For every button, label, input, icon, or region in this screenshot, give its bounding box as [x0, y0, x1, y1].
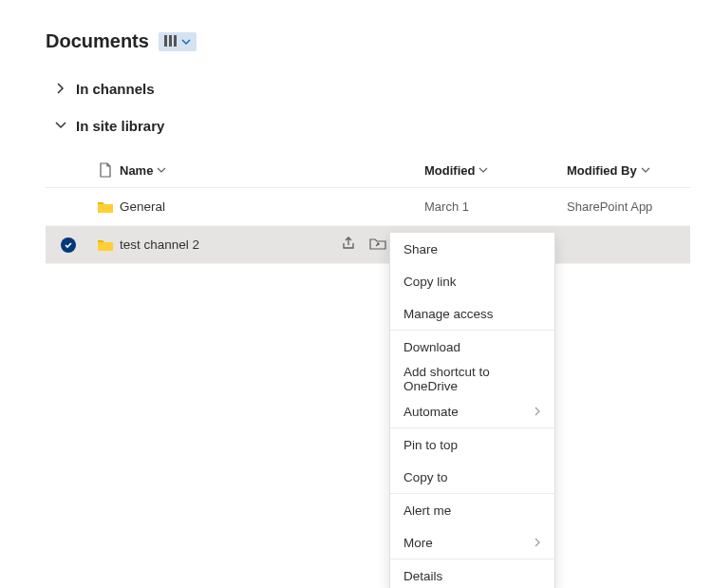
selected-check-icon[interactable]	[61, 237, 76, 253]
tiles-view-icon	[164, 34, 178, 49]
section-in-site-library[interactable]: In site library	[46, 118, 690, 134]
menu-pin-to-top[interactable]: Pin to top	[390, 428, 554, 461]
column-modified-by[interactable]: Modified By	[567, 163, 690, 178]
context-menu: Share Copy link Manage access Download A…	[389, 232, 555, 588]
section-in-channels[interactable]: In channels	[46, 81, 690, 97]
svg-rect-2	[174, 35, 177, 47]
section-label: In channels	[76, 81, 155, 97]
view-switcher[interactable]	[159, 32, 197, 51]
chevron-down-icon	[641, 165, 650, 175]
chevron-down-icon	[478, 165, 488, 175]
row-name[interactable]: General	[120, 199, 424, 214]
menu-more[interactable]: More	[390, 526, 554, 559]
row-name[interactable]: test channel 2	[120, 236, 424, 254]
chevron-right-icon	[534, 405, 541, 419]
table-row[interactable]: General March 1 SharePoint App	[46, 188, 690, 226]
menu-alert-me[interactable]: Alert me	[390, 494, 554, 526]
svg-rect-0	[164, 35, 167, 47]
menu-share[interactable]: Share	[390, 233, 554, 265]
page-title: Documents	[46, 30, 149, 52]
chevron-down-icon	[157, 165, 166, 175]
row-modified-by: SharePoint App	[567, 199, 690, 214]
chevron-down-icon	[55, 118, 66, 134]
chevron-right-icon	[55, 81, 66, 97]
menu-add-shortcut[interactable]: Add shortcut to OneDrive	[390, 363, 554, 395]
folder-icon	[91, 237, 120, 252]
column-type-icon[interactable]	[91, 162, 120, 178]
menu-copy-link[interactable]: Copy link	[390, 265, 554, 297]
section-label: In site library	[76, 118, 164, 134]
menu-details[interactable]: Details	[390, 560, 554, 588]
menu-automate[interactable]: Automate	[390, 395, 554, 427]
column-name[interactable]: Name	[120, 163, 424, 178]
table-row[interactable]: test channel 2	[46, 226, 690, 264]
column-header-row: Name Modified Modified By	[46, 155, 690, 188]
column-modified[interactable]: Modified	[424, 163, 567, 178]
folder-icon	[91, 199, 120, 214]
chevron-right-icon	[534, 536, 541, 550]
shortcut-icon[interactable]	[369, 237, 386, 253]
menu-manage-access[interactable]: Manage access	[390, 297, 554, 330]
chevron-down-icon	[181, 34, 191, 49]
row-modified: March 1	[424, 199, 567, 214]
svg-rect-1	[169, 35, 172, 47]
menu-copy-to[interactable]: Copy to	[390, 461, 554, 493]
menu-download[interactable]: Download	[390, 331, 554, 363]
share-icon[interactable]	[341, 236, 356, 254]
